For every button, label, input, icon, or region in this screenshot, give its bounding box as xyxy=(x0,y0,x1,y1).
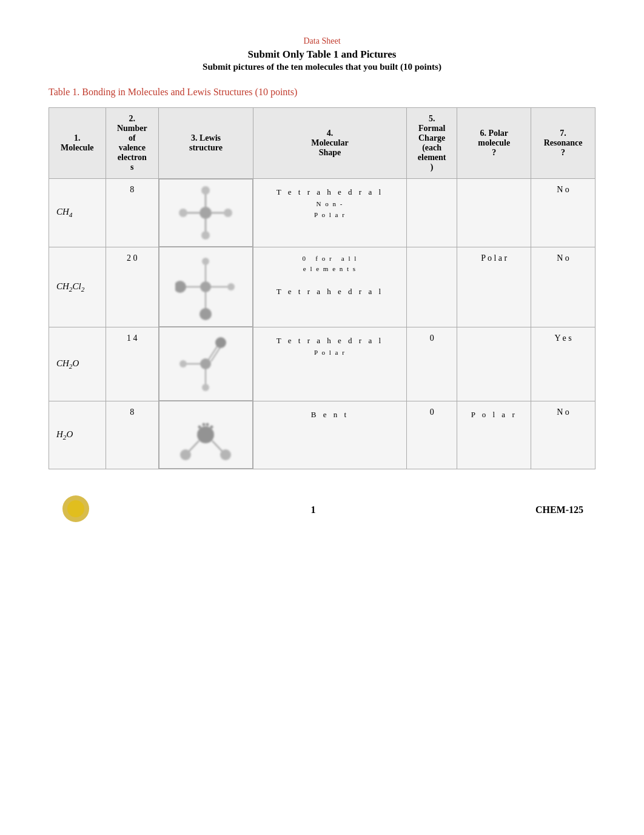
molecule-ch2o: CH2O xyxy=(49,327,106,401)
svg-point-33 xyxy=(210,426,213,429)
molecule-h2o: H2O xyxy=(49,401,106,469)
svg-point-17 xyxy=(227,283,235,290)
bonding-table: 1.Molecule 2.Numberofvalenceelectrons 3.… xyxy=(49,107,595,469)
svg-point-28 xyxy=(180,449,191,460)
polar-ch4 xyxy=(457,179,531,247)
submit-subtitle: Submit pictures of the ten molecules tha… xyxy=(49,62,595,72)
svg-point-18 xyxy=(200,358,211,369)
valence-ch2o: 1 4 xyxy=(106,327,158,401)
svg-point-32 xyxy=(203,423,206,426)
resonance-ch4: N o xyxy=(531,179,595,247)
lewis-ch2cl2 xyxy=(159,247,253,327)
footer-course-name: CHEM-125 xyxy=(535,505,583,515)
svg-point-13 xyxy=(200,308,212,320)
lewis-structure-svg-ch4 xyxy=(178,186,233,240)
formal-charge-h2o: 0 xyxy=(406,401,457,469)
svg-point-11 xyxy=(202,258,209,265)
svg-point-26 xyxy=(197,426,214,443)
data-sheet-label: Data Sheet xyxy=(49,36,595,46)
lewis-structure-svg-h2o xyxy=(178,407,233,462)
svg-point-36 xyxy=(67,500,84,517)
svg-point-31 xyxy=(198,426,201,429)
formal-charge-ch2cl2 xyxy=(406,247,457,327)
page-footer: 1 CHEM-125 xyxy=(49,494,595,526)
valence-ch2cl2: 2 0 xyxy=(106,247,158,327)
col-header-molecule: 1.Molecule xyxy=(49,108,106,179)
resonance-h2o: N o xyxy=(531,401,595,469)
svg-point-30 xyxy=(220,449,231,460)
lewis-structure-svg-ch2cl2 xyxy=(175,253,236,320)
svg-point-9 xyxy=(200,281,211,292)
polar-ch2o xyxy=(457,327,531,401)
svg-point-23 xyxy=(179,360,187,367)
table-row: CH4 8 xyxy=(49,179,595,247)
footer-page-number: 1 xyxy=(310,505,315,515)
shape-charge-ch2cl2: 0 f o r a l l e l e m e n t s T e t r a … xyxy=(253,247,406,327)
table-row: CH2Cl2 2 0 xyxy=(49,247,595,327)
col-header-valence: 2.Numberofvalenceelectrons xyxy=(106,108,158,179)
valence-ch4: 8 xyxy=(106,179,158,247)
svg-point-2 xyxy=(201,186,210,195)
svg-point-8 xyxy=(224,209,232,217)
col-header-polar: 6. Polarmolecule? xyxy=(457,108,531,179)
formal-charge-ch4 xyxy=(406,179,457,247)
table-title: Table 1. Bonding in Molecules and Lewis … xyxy=(49,87,297,98)
col-header-resonance: 7.Resonance? xyxy=(531,108,595,179)
lewis-structure-svg-ch2o xyxy=(178,334,233,394)
table-row: CH2O 1 4 xyxy=(49,327,595,401)
lewis-h2o xyxy=(159,401,253,469)
submit-title: Submit Only Table 1 and Pictures xyxy=(49,49,595,61)
lewis-ch2o xyxy=(159,327,253,401)
polar-ch2cl2: P o l a r xyxy=(457,247,531,327)
shape-charge-ch4: T e t r a h e d r a l N o n - P o l a r xyxy=(253,179,406,247)
col-header-lewis: 3. Lewisstructure xyxy=(159,108,253,179)
page-header: Data Sheet Submit Only Table 1 and Pictu… xyxy=(49,36,595,72)
valence-h2o: 8 xyxy=(106,401,158,469)
molecule-ch4: CH4 xyxy=(49,179,106,247)
footer-logo xyxy=(61,494,91,526)
resonance-ch2o: Y e s xyxy=(531,327,595,401)
svg-point-34 xyxy=(206,423,209,426)
table-row: H2O 8 xyxy=(49,401,595,469)
shape-charge-ch2o: T e t r a h e d r a l P o l a r xyxy=(253,327,406,401)
polar-h2o: P o l a r xyxy=(457,401,531,469)
shape-charge-h2o: B e n t xyxy=(253,401,406,469)
col-header-formal-charge: 5.FormalCharge(eachelement) xyxy=(406,108,457,179)
resonance-ch2cl2: N o xyxy=(531,247,595,327)
molecule-ch2cl2: CH2Cl2 xyxy=(49,247,106,327)
svg-point-0 xyxy=(200,207,212,219)
svg-point-21 xyxy=(215,337,226,348)
lewis-ch4 xyxy=(159,179,253,247)
col-header-shape: 4.MolecularShape xyxy=(253,108,406,179)
formal-charge-ch2o: 0 xyxy=(406,327,457,401)
svg-point-6 xyxy=(179,209,187,217)
svg-point-4 xyxy=(201,231,210,240)
svg-point-15 xyxy=(175,281,186,293)
svg-point-25 xyxy=(202,384,209,391)
